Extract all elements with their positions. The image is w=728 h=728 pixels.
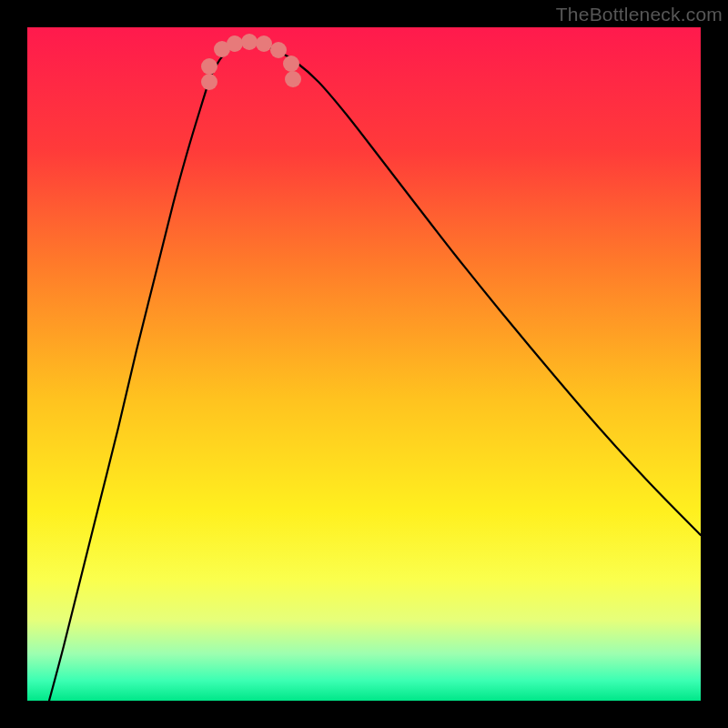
marker-dot bbox=[201, 74, 217, 90]
watermark-text: TheBottleneck.com bbox=[556, 4, 723, 25]
marker-dot bbox=[241, 34, 258, 50]
marker-dot bbox=[256, 35, 272, 52]
chart-frame bbox=[27, 27, 701, 701]
marker-dot bbox=[283, 56, 299, 72]
marker-dot bbox=[201, 58, 217, 75]
bottleneck-chart bbox=[27, 27, 701, 701]
marker-dot bbox=[285, 71, 301, 87]
marker-dot bbox=[227, 35, 243, 52]
gradient-background bbox=[27, 27, 701, 701]
marker-dot bbox=[270, 42, 287, 58]
